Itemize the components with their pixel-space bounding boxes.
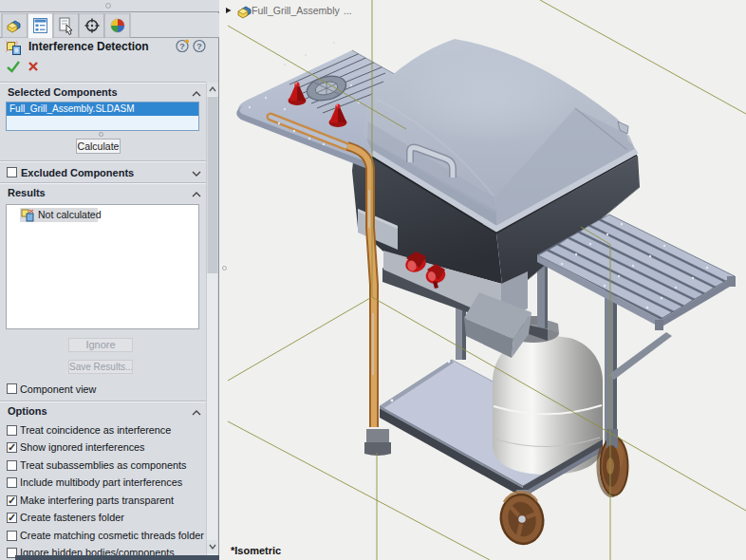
svg-text:*Isometric: *Isometric [231, 545, 281, 556]
svg-text:Full_Grill_Assembly: Full_Grill_Assembly [252, 5, 341, 16]
svg-text:...: ... [344, 5, 352, 16]
svg-text:?: ? [196, 42, 202, 51]
svg-text:?: ? [179, 42, 185, 51]
